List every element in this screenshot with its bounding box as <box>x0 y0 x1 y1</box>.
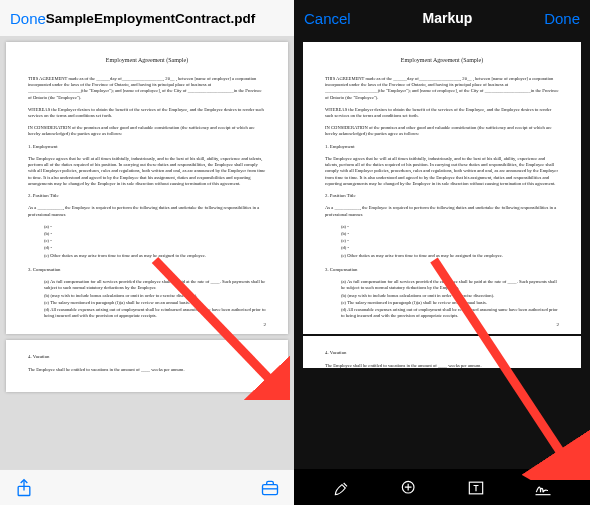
done-button-right[interactable]: Done <box>544 10 580 27</box>
markup-toolbar <box>294 469 590 505</box>
page-2-right: 4. Vacation The Employee shall be entitl… <box>303 336 581 368</box>
svg-rect-1 <box>263 484 278 494</box>
share-icon[interactable] <box>14 478 34 498</box>
signature-icon[interactable] <box>533 478 553 498</box>
cancel-button[interactable]: Cancel <box>304 10 351 27</box>
text-icon[interactable] <box>466 478 486 498</box>
page-2-left: 4. Vacation The Employee shall be entitl… <box>6 340 288 392</box>
markup-pane: Cancel Markup Done Employment Agreement … <box>294 0 590 505</box>
done-button-left[interactable]: Done <box>10 10 46 27</box>
page-1-right: Employment Agreement (Sample) THIS AGREE… <box>303 42 581 334</box>
markup-title: Markup <box>351 10 544 26</box>
doc-title: Employment Agreement (Sample) <box>28 56 266 64</box>
magnifier-icon[interactable] <box>399 478 419 498</box>
preview-pane: Done SampleEmploymentContract.pdf Employ… <box>0 0 294 505</box>
pen-icon[interactable] <box>332 478 352 498</box>
footer-left <box>0 469 294 505</box>
header-right: Cancel Markup Done <box>294 0 590 36</box>
page-1-left: Employment Agreement (Sample) THIS AGREE… <box>6 42 288 334</box>
doc-title-r: Employment Agreement (Sample) <box>325 56 559 64</box>
doc-scroll-right[interactable]: Employment Agreement (Sample) THIS AGREE… <box>294 36 590 469</box>
toolbox-icon[interactable] <box>260 478 280 498</box>
header-left: Done SampleEmploymentContract.pdf <box>0 0 294 36</box>
filename-title: SampleEmploymentContract.pdf <box>46 11 255 26</box>
doc-scroll-left[interactable]: Employment Agreement (Sample) THIS AGREE… <box>0 36 294 469</box>
